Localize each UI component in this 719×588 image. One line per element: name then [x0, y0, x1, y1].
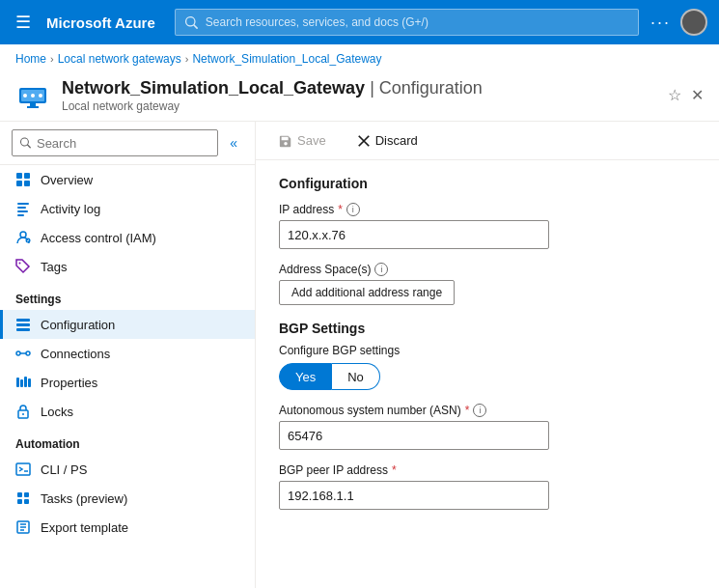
discard-label: Discard	[375, 133, 418, 148]
breadcrumb-local-network[interactable]: Local network gateways	[58, 52, 181, 66]
collapse-button[interactable]: «	[224, 133, 243, 153]
breadcrumb: Home › Local network gateways › Network_…	[0, 44, 719, 73]
sidebar-export-label: Export template	[41, 520, 128, 535]
properties-icon	[15, 375, 31, 390]
svg-rect-6	[27, 106, 39, 108]
discard-button[interactable]: Discard	[349, 129, 426, 152]
address-spaces-info-icon[interactable]: i	[374, 263, 388, 276]
bgp-peer-ip-group: BGP peer IP address *	[279, 463, 696, 510]
ip-address-input[interactable]	[279, 220, 549, 249]
svg-point-15	[20, 232, 26, 238]
sidebar-connections-label: Connections	[41, 347, 110, 361]
sidebar-item-properties[interactable]: Properties	[0, 368, 255, 397]
resource-icon	[15, 78, 50, 113]
activity-log-icon	[15, 201, 31, 216]
bgp-configure-group: Configure BGP settings Yes No	[279, 344, 696, 390]
export-icon	[15, 519, 31, 535]
sidebar-item-tags[interactable]: Tags	[0, 252, 255, 281]
resource-title-config: | Configuration	[370, 78, 483, 98]
tags-icon	[15, 259, 31, 274]
sidebar-item-access-control[interactable]: Access control (IAM)	[0, 223, 255, 252]
bgp-no-toggle[interactable]: No	[332, 363, 380, 390]
required-star-asn: *	[465, 404, 470, 417]
ip-info-icon[interactable]: i	[346, 203, 360, 216]
sidebar-item-overview[interactable]: Overview	[0, 165, 255, 194]
connections-icon	[15, 346, 31, 361]
close-icon[interactable]: ✕	[691, 86, 704, 104]
sidebar-search-box[interactable]	[12, 129, 218, 156]
sidebar-item-tasks[interactable]: Tasks (preview)	[0, 484, 255, 513]
more-options-icon[interactable]: ···	[650, 13, 671, 33]
asn-input[interactable]	[279, 421, 549, 450]
address-spaces-group: Address Space(s) i Add additional addres…	[279, 263, 696, 305]
hamburger-menu[interactable]: ☰	[12, 8, 35, 37]
global-search-placeholder: Search resources, services, and docs (G+…	[206, 15, 429, 29]
required-star: *	[338, 203, 343, 216]
ip-address-group: IP address * i	[279, 203, 696, 249]
bgp-yes-toggle[interactable]: Yes	[279, 363, 332, 390]
svg-point-29	[22, 413, 24, 415]
search-icon	[20, 137, 31, 149]
sidebar-tags-label: Tags	[41, 260, 67, 274]
global-search[interactable]: Search resources, services, and docs (G+…	[175, 9, 639, 36]
svg-rect-8	[24, 173, 30, 179]
svg-rect-12	[17, 207, 26, 209]
search-input[interactable]	[37, 136, 209, 151]
breadcrumb-home[interactable]: Home	[15, 52, 46, 66]
bgp-peer-ip-input[interactable]	[279, 481, 549, 510]
main-container: Home › Local network gateways › Network_…	[0, 44, 719, 588]
svg-rect-9	[16, 181, 22, 186]
svg-rect-13	[17, 210, 28, 212]
resource-title-area: Network_Simulation_Local_Gateway | Confi…	[62, 77, 656, 113]
body-layout: « Overview	[0, 122, 719, 588]
svg-rect-33	[24, 492, 29, 497]
sidebar-cli-label: CLI / PS	[41, 462, 87, 477]
locks-icon	[15, 404, 31, 419]
configuration-icon	[15, 317, 31, 332]
asn-label: Autonomous system number (ASN) * i	[279, 404, 696, 417]
sidebar-item-activity-log[interactable]: Activity log	[0, 194, 255, 223]
app-title: Microsoft Azure	[46, 14, 155, 31]
favorite-star-icon[interactable]: ☆	[668, 86, 681, 104]
save-button[interactable]: Save	[271, 129, 334, 152]
header-actions: ☆ ✕	[668, 86, 704, 104]
add-address-range-button[interactable]: Add additional address range	[279, 280, 455, 305]
asn-info-icon[interactable]: i	[473, 404, 486, 417]
svg-rect-25	[20, 379, 23, 387]
asn-group: Autonomous system number (ASN) * i	[279, 404, 696, 450]
sidebar-access-label: Access control (IAM)	[41, 231, 156, 245]
svg-rect-19	[16, 323, 30, 326]
top-bar-right: ···	[650, 9, 707, 36]
svg-rect-20	[16, 328, 30, 331]
svg-rect-26	[24, 377, 27, 387]
form-area: Configuration IP address * i Address Spa…	[256, 160, 719, 539]
bgp-toggle: Yes No	[279, 363, 696, 390]
sidebar-locks-label: Locks	[41, 405, 73, 419]
sidebar-item-locks[interactable]: Locks	[0, 397, 255, 426]
save-label: Save	[297, 133, 326, 148]
user-avatar[interactable]	[680, 9, 707, 36]
address-spaces-label: Address Space(s) i	[279, 263, 696, 276]
discard-icon	[357, 134, 371, 148]
svg-point-17	[19, 263, 21, 265]
automation-section-label: Automation	[0, 426, 255, 455]
sidebar-item-export-template[interactable]: Export template	[0, 513, 255, 542]
sidebar-tasks-label: Tasks (preview)	[41, 491, 127, 506]
svg-point-21	[16, 351, 20, 355]
svg-rect-18	[16, 319, 30, 322]
sidebar-item-cli-ps[interactable]: CLI / PS	[0, 455, 255, 484]
sidebar-overview-label: Overview	[41, 173, 93, 187]
sidebar-item-connections[interactable]: Connections	[0, 339, 255, 368]
svg-rect-27	[28, 378, 31, 387]
breadcrumb-gateway[interactable]: Network_Simulation_Local_Gateway	[192, 52, 381, 66]
sidebar-activity-log-label: Activity log	[41, 202, 100, 216]
svg-rect-10	[24, 181, 30, 186]
top-nav-bar: ☰ Microsoft Azure Search resources, serv…	[0, 0, 719, 44]
required-star-bgp: *	[392, 463, 397, 477]
search-icon	[185, 16, 198, 29]
sidebar-item-configuration[interactable]: Configuration	[0, 310, 255, 339]
access-control-icon	[15, 230, 31, 245]
content-area: Save Discard Configuration IP address *	[256, 122, 719, 588]
resource-header: Network_Simulation_Local_Gateway | Confi…	[0, 73, 719, 122]
svg-point-22	[26, 351, 30, 355]
